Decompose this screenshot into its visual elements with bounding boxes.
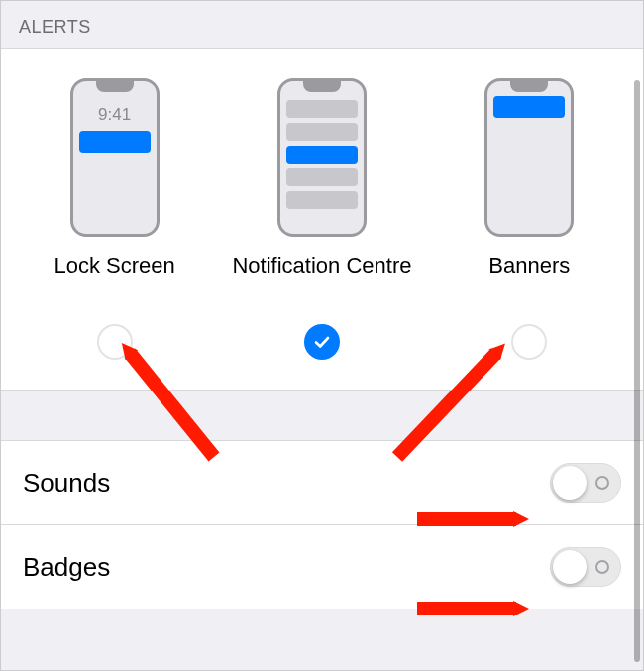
preview-row	[286, 100, 358, 118]
section-gap	[1, 391, 643, 440]
preview-banner	[493, 96, 565, 118]
notch-icon	[303, 81, 341, 92]
row-badges: Badges	[1, 524, 643, 609]
toggle-badges[interactable]	[550, 547, 621, 587]
toggle-sounds[interactable]	[550, 463, 621, 503]
alert-option-lock-screen[interactable]: 9:41 Lock Screen	[16, 78, 214, 360]
alert-styles-panel: 9:41 Lock Screen Notification Centre	[1, 48, 643, 391]
preview-lock-screen: 9:41	[70, 78, 160, 237]
alert-label-banners: Banners	[488, 251, 570, 316]
notch-icon	[510, 81, 548, 92]
preview-time: 9:41	[73, 105, 157, 125]
toggle-off-indicator-icon	[595, 476, 609, 490]
alert-label-notification-centre: Notification Centre	[232, 251, 411, 316]
alert-option-notification-centre[interactable]: Notification Centre	[223, 78, 421, 360]
preview-banner	[79, 131, 151, 153]
label-badges: Badges	[23, 552, 110, 583]
preview-notification-centre	[277, 78, 367, 237]
preview-row-active	[286, 146, 358, 164]
preview-row	[286, 168, 358, 186]
row-sounds: Sounds	[1, 440, 643, 524]
toggle-off-indicator-icon	[595, 560, 609, 574]
preview-row	[286, 191, 358, 209]
checkbox-notification-centre[interactable]	[304, 324, 340, 360]
toggle-knob	[553, 550, 587, 584]
label-sounds: Sounds	[23, 468, 110, 499]
section-header-alerts: ALERTS	[1, 1, 643, 48]
preview-row	[286, 123, 358, 141]
notch-icon	[96, 81, 134, 92]
toggle-knob	[553, 466, 587, 500]
checkmark-icon	[312, 332, 332, 352]
checkbox-lock-screen[interactable]	[97, 324, 133, 360]
alert-option-banners[interactable]: Banners	[430, 78, 628, 360]
scrollbar[interactable]	[634, 80, 640, 662]
checkbox-banners[interactable]	[511, 324, 547, 360]
preview-banners	[484, 78, 574, 237]
alert-label-lock-screen: Lock Screen	[54, 251, 175, 316]
